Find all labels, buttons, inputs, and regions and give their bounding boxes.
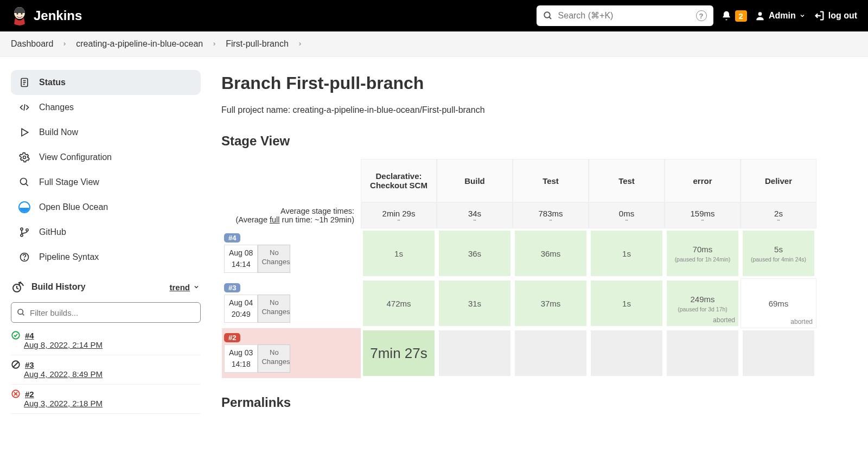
stage-column-header: Build bbox=[437, 159, 513, 202]
filter-builds-box[interactable] bbox=[11, 302, 201, 323]
stage-average-cell: 2s▪▪ bbox=[741, 202, 816, 228]
stage-cell[interactable]: 5s(paused for 4min 24s) bbox=[741, 228, 816, 278]
nav-label: Pipeline Syntax bbox=[39, 252, 99, 262]
trend-link[interactable]: trend bbox=[170, 283, 200, 292]
build-date-link[interactable]: Aug 4, 2022, 8:49 PM bbox=[24, 369, 103, 379]
logo-link[interactable]: Jenkins bbox=[11, 5, 82, 26]
build-history-icon bbox=[12, 280, 25, 293]
stage-column: error159ms▪▪70ms(paused for 1h 24min)249… bbox=[665, 159, 741, 378]
stage-cell[interactable]: 37ms bbox=[513, 278, 589, 328]
build-date-link[interactable]: Aug 8, 2022, 2:14 PM bbox=[24, 340, 103, 349]
filter-builds-input[interactable] bbox=[30, 308, 195, 317]
stage-cell[interactable]: 7min 27s bbox=[361, 328, 437, 378]
stage-average-cell: 0ms▪▪ bbox=[589, 202, 665, 228]
stage-average-cell: 159ms▪▪ bbox=[665, 202, 741, 228]
svg-point-20 bbox=[24, 259, 25, 260]
stage-view-row-header[interactable]: #3Aug 0420:49No Changes bbox=[222, 278, 361, 328]
nav-label: View Configuration bbox=[39, 152, 112, 162]
sidebar: Status Changes Build Now View Configurat… bbox=[0, 57, 206, 436]
stage-column: Build34s▪▪36s31s bbox=[437, 159, 513, 378]
build-number-link[interactable]: #2 bbox=[25, 390, 34, 399]
stage-cell[interactable] bbox=[437, 328, 513, 378]
document-icon bbox=[18, 76, 30, 88]
search-icon bbox=[543, 11, 553, 21]
bell-icon bbox=[721, 10, 732, 21]
breadcrumb-item[interactable]: First-pull-branch bbox=[226, 39, 289, 49]
nav-label: Changes bbox=[39, 103, 74, 112]
stage-cell[interactable]: 472ms bbox=[361, 278, 437, 328]
stage-view-row-header[interactable]: #4Aug 0814:14No Changes bbox=[222, 228, 361, 278]
build-date: Aug 0314:18 bbox=[224, 344, 258, 373]
stage-cell[interactable]: 1s bbox=[589, 228, 665, 278]
stage-cell[interactable]: 1s bbox=[589, 278, 665, 328]
svg-point-3 bbox=[544, 12, 550, 18]
stage-cell[interactable] bbox=[665, 328, 741, 378]
nav-github[interactable]: GitHub bbox=[11, 220, 201, 245]
breadcrumb-item[interactable]: creating-a-pipeline-in-blue-ocean bbox=[76, 39, 203, 49]
svg-point-18 bbox=[26, 229, 28, 231]
stage-average-cell: 2min 29s▪▪ bbox=[361, 202, 437, 228]
nav-build-now[interactable]: Build Now bbox=[11, 120, 201, 145]
chevron-right-icon bbox=[297, 41, 303, 47]
stage-view-heading: Stage View bbox=[221, 133, 853, 149]
logout-button[interactable]: log out bbox=[813, 10, 857, 22]
svg-line-26 bbox=[14, 362, 18, 367]
nav-view-config[interactable]: View Configuration bbox=[11, 145, 201, 170]
stage-view-row-header[interactable]: #2Aug 0314:18No Changes bbox=[222, 328, 361, 378]
gear-icon bbox=[18, 151, 30, 163]
nav-status[interactable]: Status bbox=[11, 70, 201, 95]
stage-column: Declarative: Checkout SCM2min 29s▪▪1s472… bbox=[361, 159, 437, 378]
stage-cell[interactable] bbox=[589, 328, 665, 378]
search-input[interactable] bbox=[558, 11, 691, 21]
build-number-link[interactable]: #3 bbox=[25, 360, 34, 369]
build-number-link[interactable]: #4 bbox=[25, 331, 34, 340]
help-icon bbox=[18, 251, 30, 263]
stage-average-cell: 34s▪▪ bbox=[437, 202, 513, 228]
build-changes: No Changes bbox=[258, 245, 290, 273]
stage-cell[interactable]: 31s bbox=[437, 278, 513, 328]
stage-cell[interactable]: 69msaborted bbox=[741, 278, 816, 328]
search-help-icon[interactable]: ? bbox=[696, 10, 707, 21]
build-number-badge: #4 bbox=[224, 233, 240, 242]
breadcrumb-item[interactable]: Dashboard bbox=[11, 39, 53, 49]
stage-cell[interactable] bbox=[513, 328, 589, 378]
user-icon bbox=[755, 10, 765, 21]
build-date-link[interactable]: Aug 3, 2022, 2:18 PM bbox=[24, 399, 103, 408]
search-box[interactable]: ? bbox=[537, 5, 713, 26]
stage-cell[interactable]: 36ms bbox=[513, 228, 589, 278]
nav-pipeline-syntax[interactable]: Pipeline Syntax bbox=[11, 245, 201, 270]
build-history-title: Build History bbox=[31, 282, 163, 292]
stage-cell[interactable] bbox=[741, 328, 816, 378]
stage-cell[interactable]: 1s bbox=[361, 228, 437, 278]
svg-point-14 bbox=[21, 178, 27, 185]
nav-full-stage-view[interactable]: Full Stage View bbox=[11, 170, 201, 195]
stage-cell[interactable]: 36s bbox=[437, 228, 513, 278]
stage-column-header: Deliver bbox=[741, 159, 816, 202]
build-history-header: Build History trend bbox=[11, 276, 201, 298]
nav-label: Status bbox=[39, 78, 66, 87]
page-header: Jenkins ? 2 Admin log out bbox=[0, 0, 868, 31]
build-number-badge: #2 bbox=[224, 333, 240, 342]
nav-changes[interactable]: Changes bbox=[11, 95, 201, 120]
user-name: Admin bbox=[769, 11, 796, 21]
stage-cell[interactable]: 249ms(paused for 3d 17h)aborted bbox=[665, 278, 741, 328]
stage-column-header: Test bbox=[589, 159, 665, 202]
average-stage-times-label: Average stage times: (Average full run t… bbox=[222, 202, 361, 228]
build-date: Aug 0420:49 bbox=[224, 295, 258, 323]
svg-point-5 bbox=[758, 12, 762, 16]
notifications-button[interactable]: 2 bbox=[721, 10, 747, 22]
nav-open-blue-ocean[interactable]: Open Blue Ocean bbox=[11, 195, 201, 220]
stage-view: Average stage times: (Average full run t… bbox=[221, 158, 853, 379]
stage-column: Test783ms▪▪36ms37ms bbox=[513, 159, 589, 378]
nav-label: GitHub bbox=[39, 227, 66, 237]
stage-average-cell: 783ms▪▪ bbox=[513, 202, 589, 228]
permalinks-heading: Permalinks bbox=[221, 395, 853, 410]
aborted-icon bbox=[11, 360, 21, 369]
svg-line-4 bbox=[549, 17, 551, 19]
build-history-item: #3Aug 4, 2022, 8:49 PM bbox=[11, 355, 201, 385]
svg-point-2 bbox=[21, 12, 23, 15]
user-menu[interactable]: Admin bbox=[755, 10, 806, 21]
stage-cell[interactable]: 70ms(paused for 1h 24min) bbox=[665, 228, 741, 278]
nav-label: Open Blue Ocean bbox=[39, 202, 108, 212]
stage-column-header: Declarative: Checkout SCM bbox=[361, 159, 437, 202]
